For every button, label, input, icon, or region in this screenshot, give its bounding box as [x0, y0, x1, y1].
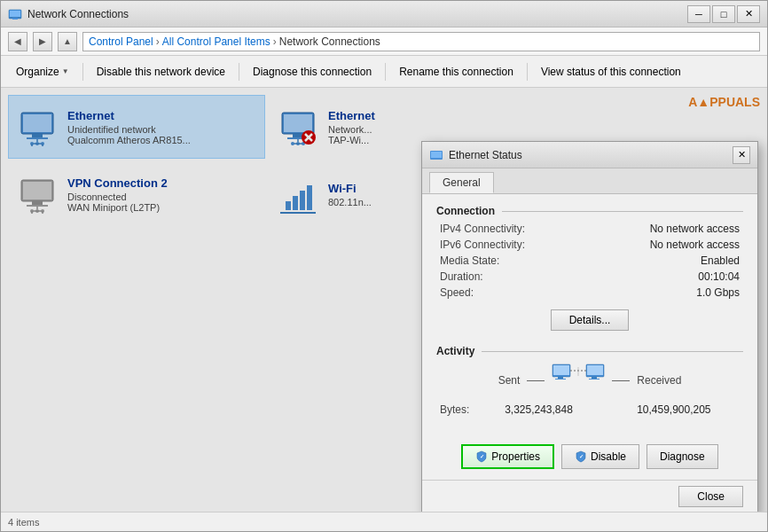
svg-text:✓: ✓ [578, 454, 583, 459]
breadcrumb-current: Network Connections [279, 35, 380, 48]
tab-general[interactable]: General [429, 172, 494, 193]
dialog-footer: Close [422, 480, 757, 512]
content-area: Ethernet Unidentified network Qualcomm A… [1, 88, 767, 512]
title-bar: Network Connections ─ □ ✕ [1, 1, 767, 27]
duration-value: 00:10:04 [593, 270, 740, 283]
diagnose-connection-button[interactable]: Diagnose this connection [245, 59, 380, 84]
window-icon [8, 7, 22, 21]
toolbar-separator-3 [385, 63, 386, 81]
svg-rect-3 [12, 18, 18, 20]
svg-rect-44 [431, 152, 442, 158]
ipv4-value: No network access [593, 223, 740, 235]
shield-properties-icon: ✓ [475, 450, 488, 463]
svg-rect-52 [589, 379, 600, 379]
media-state-label: Media State: [440, 254, 586, 267]
dialog-content: Connection IPv4 Connectivity: No network… [422, 194, 757, 437]
bytes-label: Bytes: [440, 403, 469, 416]
svg-rect-50 [587, 365, 603, 375]
media-state-value: Enabled [593, 254, 740, 267]
activity-network-icon [552, 363, 605, 398]
status-bar: 4 items [1, 512, 767, 531]
received-label: Received [637, 374, 681, 387]
breadcrumb-all-items[interactable]: All Control Panel Items [162, 35, 270, 48]
main-window: Network Connections ─ □ ✕ ◀ ▶ ▲ Control … [0, 0, 768, 532]
svg-rect-1 [10, 11, 20, 17]
close-button[interactable]: ✕ [737, 5, 760, 23]
activity-icon-row: Sent [436, 363, 743, 398]
properties-button[interactable]: ✓ Properties [461, 444, 554, 469]
diagnose-button[interactable]: Diagnose [647, 444, 718, 469]
svg-rect-46 [553, 365, 569, 375]
ethernet-status-dialog: Ethernet Status ✕ General Connection IPv… [421, 141, 758, 512]
dialog-actions: ✓ Properties ✓ Disable Diagnose [422, 437, 757, 480]
bytes-row: Bytes: 3,325,243,848 10,459,900,205 [436, 403, 743, 416]
up-button[interactable]: ▲ [58, 32, 77, 51]
svg-rect-47 [558, 377, 563, 379]
address-bar: ◀ ▶ ▲ Control Panel › All Control Panel … [1, 27, 767, 56]
ipv6-value: No network access [593, 239, 740, 251]
shield-disable-icon: ✓ [575, 450, 587, 463]
rename-connection-button[interactable]: Rename this connection [391, 59, 521, 84]
dialog-tabs: General [422, 168, 757, 194]
svg-rect-48 [555, 379, 566, 379]
back-button[interactable]: ◀ [8, 32, 27, 51]
disable-button[interactable]: ✓ Disable [561, 444, 639, 469]
svg-text:✓: ✓ [480, 454, 484, 459]
disable-network-device-button[interactable]: Disable this network device [89, 59, 233, 84]
toolbar: Organize ▼ Disable this network device D… [1, 56, 767, 88]
modal-overlay: Ethernet Status ✕ General Connection IPv… [1, 88, 767, 512]
breadcrumb-control-panel[interactable]: Control Panel [89, 35, 153, 48]
maximize-button[interactable]: □ [712, 5, 735, 23]
toolbar-separator-1 [82, 63, 83, 81]
toolbar-separator-4 [527, 63, 528, 81]
details-button[interactable]: Details... [551, 309, 630, 331]
duration-label: Duration: [440, 270, 586, 283]
dialog-title-bar: Ethernet Status ✕ [422, 142, 757, 168]
window-title: Network Connections [27, 8, 682, 20]
ipv4-label: IPv4 Connectivity: [440, 223, 586, 235]
minimize-button[interactable]: ─ [687, 5, 710, 23]
title-bar-controls: ─ □ ✕ [687, 5, 760, 23]
dialog-title: Ethernet Status [449, 149, 733, 161]
connection-info-grid: IPv4 Connectivity: No network access IPv… [436, 223, 743, 299]
ipv6-label: IPv6 Connectivity: [440, 239, 586, 251]
close-footer-button[interactable]: Close [678, 486, 743, 507]
toolbar-separator-2 [239, 63, 239, 81]
dialog-icon [429, 148, 443, 162]
connection-section-header: Connection [436, 205, 743, 217]
address-path: Control Panel › All Control Panel Items … [82, 32, 760, 51]
speed-label: Speed: [440, 286, 586, 299]
sent-label: Sent [498, 374, 521, 387]
activity-section-header: Activity [436, 345, 743, 357]
view-status-button[interactable]: View status of this connection [533, 59, 689, 84]
bytes-received-value: 10,459,900,205 [608, 403, 740, 416]
bytes-sent-value: 3,325,243,848 [473, 403, 604, 416]
activity-section: Sent [436, 363, 743, 416]
organize-button[interactable]: Organize ▼ [8, 59, 77, 84]
svg-rect-51 [592, 377, 597, 379]
dialog-close-button[interactable]: ✕ [733, 146, 750, 164]
speed-value: 1.0 Gbps [593, 286, 740, 299]
forward-button[interactable]: ▶ [33, 32, 52, 51]
status-text: 4 items [8, 517, 39, 528]
